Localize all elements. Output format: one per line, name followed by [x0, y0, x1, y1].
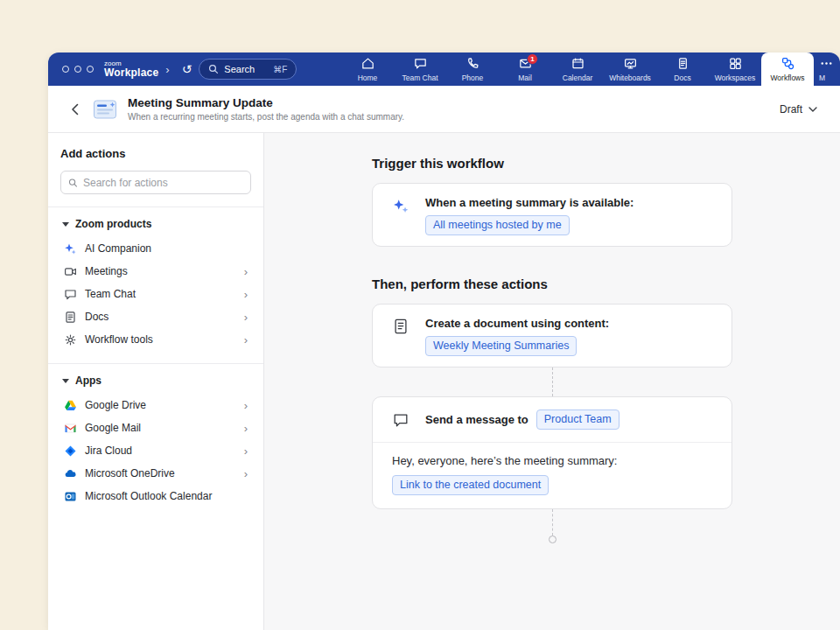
workflow-title: Meeting Summary Update	[128, 96, 404, 109]
sidebar-item-jira-cloud[interactable]: Jira Cloud›	[60, 439, 251, 462]
sidebar-title: Add actions	[60, 147, 251, 160]
nav-item-docs[interactable]: Docs	[656, 52, 709, 86]
ai-sparkle-icon	[390, 196, 411, 235]
section-label: Zoom products	[75, 218, 151, 230]
nav-item-home[interactable]: Home	[341, 52, 394, 86]
connector-dashed	[552, 509, 553, 536]
back-button[interactable]	[67, 100, 82, 119]
google-mail-icon	[64, 422, 77, 435]
window-controls[interactable]	[62, 66, 94, 73]
onedrive-icon	[64, 467, 77, 480]
trigger-heading: Trigger this workflow	[372, 156, 732, 171]
sidebar-sections: Zoom productsAI CompanionMeetings›Team C…	[60, 206, 251, 508]
workflow-header: Meeting Summary Update When a recurring …	[48, 86, 840, 133]
nav-item-label: Workspaces	[715, 74, 756, 82]
send-message-card[interactable]: Send a message to Product Team Hey, ever…	[372, 396, 732, 509]
chat-icon	[64, 288, 77, 301]
sidebar-item-team-chat[interactable]: Team Chat›	[60, 283, 251, 305]
chevron-right-icon: ›	[244, 312, 248, 323]
meeting-summary-icon	[93, 99, 117, 120]
sidebar-item-google-mail[interactable]: Google Mail›	[60, 416, 251, 439]
actions-search-input[interactable]	[83, 177, 243, 189]
sidebar-item-workflow-tools[interactable]: Workflow tools›	[60, 328, 251, 351]
window-dot[interactable]	[62, 66, 69, 73]
workflow-canvas[interactable]: Trigger this workflow When a meeting sum…	[264, 133, 840, 630]
message-body-text: Hey, everyone, here’s the meeting summar…	[392, 454, 714, 467]
jira-icon	[64, 444, 77, 458]
trigger-text: When a meeting summary is available:	[425, 196, 634, 209]
docs-icon	[676, 56, 690, 71]
nav-item-calendar[interactable]: Calendar	[551, 52, 604, 86]
status-label: Draft	[780, 103, 802, 116]
chevron-right-icon[interactable]: ›	[165, 63, 169, 76]
sidebar-item-label: Google Drive	[85, 399, 146, 411]
window-dot[interactable]	[87, 66, 94, 73]
sidebar-item-microsoft-onedrive[interactable]: Microsoft OneDrive›	[60, 462, 251, 485]
sidebar-item-google-drive[interactable]: Google Drive›	[60, 394, 251, 416]
nav-item-workspaces[interactable]: Workspaces	[709, 52, 761, 86]
history-icon[interactable]: ↺	[182, 63, 192, 75]
top-navigation: HomeTeam ChatPhoneMail1CalendarWhiteboar…	[341, 52, 840, 86]
zoom-workplace-window: zoom Workplace › ↺ Search ⌘F HomeTeam Ch…	[48, 52, 840, 630]
workflows-icon	[780, 56, 795, 71]
google-drive-icon	[64, 399, 77, 412]
actions-heading: Then, perform these actions	[372, 276, 732, 291]
sidebar-section-zoom-products[interactable]: Zoom products	[60, 218, 251, 230]
nav-item-mail[interactable]: Mail1	[499, 52, 551, 86]
sidebar-item-microsoft-outlook-calendar[interactable]: Microsoft Outlook Calendar	[60, 485, 251, 508]
chat-bubble-icon	[390, 410, 411, 429]
chevron-right-icon: ›	[244, 468, 248, 480]
sidebar-item-docs[interactable]: Docs›	[60, 305, 251, 328]
search-label: Search	[224, 64, 255, 74]
nav-item-phone[interactable]: Phone	[446, 52, 499, 86]
sidebar-item-label: Docs	[85, 311, 108, 323]
phone-icon	[466, 56, 480, 71]
workflow-subtitle: When a recurring meeting starts, post th…	[128, 112, 404, 122]
nav-item-label: Home	[358, 74, 378, 82]
sidebar-item-label: AI Companion	[85, 242, 151, 255]
status-dropdown[interactable]: Draft	[780, 103, 817, 116]
document-icon	[390, 317, 411, 356]
mail-badge: 1	[527, 53, 538, 65]
sidebar-item-label: Meetings	[85, 265, 128, 277]
team-chat-icon	[413, 56, 428, 71]
create-document-card[interactable]: Create a document using content: Weekly …	[372, 304, 732, 368]
topbar-left-cluster: zoom Workplace › ↺ Search ⌘F	[48, 52, 341, 86]
search-shortcut: ⌘F	[273, 65, 287, 74]
nav-item-label: Calendar	[563, 74, 593, 82]
calendar-icon	[570, 56, 585, 71]
message-link-chip[interactable]: Link to the created document	[392, 475, 549, 495]
create-document-text: Create a document using content:	[425, 317, 609, 330]
ai-companion-icon	[64, 242, 77, 256]
trigger-card[interactable]: When a meeting summary is available: All…	[372, 183, 732, 247]
nav-item-label: Phone	[462, 74, 484, 82]
search-icon	[68, 178, 78, 188]
trigger-scope-chip[interactable]: All meetings hosted by me	[425, 215, 570, 235]
topbar: zoom Workplace › ↺ Search ⌘F HomeTeam Ch…	[48, 52, 840, 86]
nav-item-team-chat[interactable]: Team Chat	[394, 52, 446, 86]
chevron-right-icon: ›	[244, 266, 248, 277]
chevron-right-icon: ›	[244, 423, 248, 434]
chevron-down-icon	[808, 107, 817, 112]
sidebar-item-ai-companion[interactable]: AI Companion	[60, 237, 251, 260]
actions-search[interactable]	[60, 171, 251, 194]
whiteboards-icon	[623, 56, 638, 71]
connector-end-dot	[549, 536, 556, 543]
sidebar-section-apps[interactable]: Apps	[60, 374, 251, 387]
nav-item-m[interactable]: M	[814, 52, 840, 86]
nav-item-workflows[interactable]: Workflows	[761, 52, 814, 86]
nav-item-whiteboards[interactable]: Whiteboards	[604, 52, 656, 86]
logo-workplace-text: Workplace	[104, 67, 158, 79]
document-content-chip[interactable]: Weekly Meeting Summaries	[425, 336, 577, 356]
nav-item-label: M	[819, 74, 825, 82]
window-dot[interactable]	[74, 66, 81, 73]
outlook-calendar-icon	[64, 490, 77, 503]
sidebar-item-label: Jira Cloud	[85, 444, 132, 457]
sidebar-divider	[48, 363, 263, 364]
sidebar-item-meetings[interactable]: Meetings›	[60, 260, 251, 283]
chevron-right-icon: ›	[244, 334, 248, 346]
more-icon	[819, 56, 834, 71]
message-recipient-chip[interactable]: Product Team	[536, 410, 620, 430]
doc-icon	[64, 311, 77, 324]
global-search[interactable]: Search ⌘F	[199, 59, 297, 80]
